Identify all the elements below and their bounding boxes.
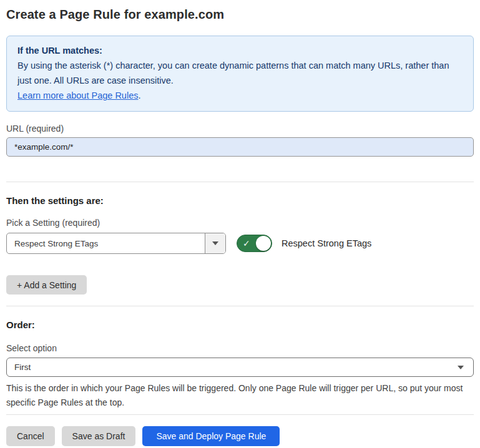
setting-select-value: Respect Strong ETags xyxy=(7,233,205,253)
order-select-value: First xyxy=(14,363,31,372)
pick-setting-label: Pick a Setting (required) xyxy=(6,218,474,228)
save-and-deploy-button[interactable]: Save and Deploy Page Rule xyxy=(142,426,280,446)
order-select-label: Select option xyxy=(6,343,474,353)
info-box-link-line: Learn more about Page Rules. xyxy=(17,88,463,103)
url-field-label: URL (required) xyxy=(6,124,474,134)
link-suffix: . xyxy=(138,90,140,100)
cancel-button[interactable]: Cancel xyxy=(6,426,55,446)
chevron-down-icon xyxy=(212,241,218,245)
divider xyxy=(6,306,474,306)
setting-select-arrow-button[interactable] xyxy=(205,233,225,253)
order-select[interactable]: First xyxy=(6,358,474,377)
order-help-text: This is the order in which your Page Rul… xyxy=(6,381,471,410)
info-box-heading: If the URL matches: xyxy=(17,43,463,58)
order-select-wrap: First xyxy=(6,358,474,377)
footer-button-row: Cancel Save as Draft Save and Deploy Pag… xyxy=(6,426,474,446)
respect-strong-etags-toggle[interactable]: ✓ xyxy=(237,235,272,252)
divider xyxy=(6,414,474,415)
setting-select[interactable]: Respect Strong ETags xyxy=(6,233,226,254)
url-input[interactable] xyxy=(6,137,474,157)
toggle-label: Respect Strong ETags xyxy=(282,238,371,248)
chevron-down-icon xyxy=(458,366,464,369)
order-section-heading: Order: xyxy=(6,319,474,330)
toggle-knob xyxy=(256,236,271,251)
add-setting-button[interactable]: + Add a Setting xyxy=(6,275,87,295)
url-match-info-box: If the URL matches: By using the asteris… xyxy=(6,36,474,112)
save-as-draft-button[interactable]: Save as Draft xyxy=(62,426,136,446)
setting-row: Respect Strong ETags ✓ Respect Strong ET… xyxy=(6,233,474,254)
divider xyxy=(6,182,474,182)
page-title: Create a Page Rule for example.com xyxy=(6,7,474,22)
info-box-body: By using the asterisk (*) character, you… xyxy=(17,58,463,88)
learn-more-link[interactable]: Learn more about Page Rules xyxy=(17,90,138,100)
create-page-rule-form: Create a Page Rule for example.com If th… xyxy=(0,0,480,446)
check-icon: ✓ xyxy=(243,239,250,248)
settings-section-heading: Then the settings are: xyxy=(6,195,474,206)
